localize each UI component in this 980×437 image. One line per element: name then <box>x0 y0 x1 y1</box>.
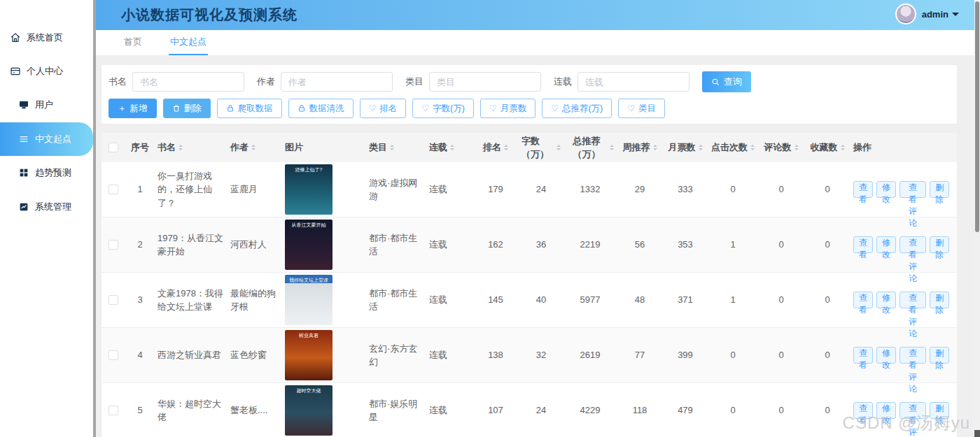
sort-icon[interactable] <box>504 143 508 152</box>
data-table: 序号 书名 作者 图片 类目 连载 排名 字数（万） 总推荐（万） 周推荐 月票… <box>102 133 957 437</box>
col-title: 书名 <box>158 141 176 155</box>
scrollbar-thumb[interactable] <box>975 1 979 232</box>
view-comments-button[interactable]: 查看评论 <box>899 181 926 198</box>
edit-button[interactable]: 修改 <box>876 181 896 198</box>
col-status: 连载 <box>429 141 447 155</box>
view-button[interactable]: 查看 <box>853 236 873 253</box>
sort-icon[interactable] <box>610 143 614 152</box>
book-cover: 我得给文坛上堂课 <box>285 275 332 325</box>
row-checkbox[interactable] <box>108 295 118 305</box>
col-index: 序号 <box>131 141 149 155</box>
menu-list-icon <box>18 134 29 145</box>
search-button[interactable]: 查询 <box>702 71 751 92</box>
monitor-icon <box>18 99 29 110</box>
status-filter-input[interactable] <box>578 72 690 92</box>
col-author: 作者 <box>230 141 248 155</box>
book-cover: 还修上仙了? <box>285 164 332 215</box>
select-all-checkbox[interactable] <box>108 143 118 152</box>
grid-icon <box>18 167 29 178</box>
category-filter-input[interactable] <box>429 72 541 92</box>
row-checkbox[interactable] <box>108 185 118 194</box>
sort-icon[interactable] <box>251 143 255 152</box>
col-rank: 排名 <box>483 141 501 155</box>
title-filter-input[interactable] <box>132 72 244 92</box>
sort-icon[interactable] <box>450 143 454 152</box>
delete-row-button[interactable]: 删除 <box>930 347 949 364</box>
user-menu[interactable]: admin <box>895 3 959 24</box>
sidebar-item-label: 系统管理 <box>35 201 71 213</box>
sort-icon[interactable] <box>699 143 703 152</box>
table-row: 1 你一臭打游戏的，还修上仙了？ 蓝鹿月 还修上仙了? 游戏·虚拟网游 连载 1… <box>102 162 957 217</box>
filter-label-category: 类目 <box>405 76 424 88</box>
clean-data-button[interactable]: 数据清洗 <box>288 99 354 118</box>
sort-icon[interactable] <box>794 143 799 152</box>
lock-icon <box>226 104 234 113</box>
sidebar-item-system[interactable]: 系统管理 <box>0 193 93 221</box>
home-icon <box>10 32 21 43</box>
lock-icon <box>298 104 306 113</box>
total-rec-chart-button[interactable]: ♡ 总推荐(万) <box>542 99 612 118</box>
sidebar-item-qidian[interactable]: 中文起点 <box>0 122 93 156</box>
category-chart-button[interactable]: ♡ 类目 <box>618 99 665 118</box>
author-filter-input[interactable] <box>281 72 393 92</box>
view-comments-button[interactable]: 查看评论 <box>899 236 926 253</box>
table-row: 5 华娱：超时空大佬 蟹老板.... 超时空大佬 都市·娱乐明星 连载 107 … <box>102 383 957 437</box>
words-chart-button[interactable]: ♡ 字数(万) <box>412 99 474 118</box>
delete-button[interactable]: 删除 <box>163 99 211 118</box>
delete-row-button[interactable]: 删除 <box>930 236 949 253</box>
edit-button[interactable]: 修改 <box>876 347 896 364</box>
view-comments-button[interactable]: 查看评论 <box>899 347 926 364</box>
sidebar-item-home[interactable]: 系统首页 <box>0 24 93 52</box>
book-cover: 超时空大佬 <box>285 385 332 436</box>
row-checkbox[interactable] <box>108 240 118 250</box>
tab-home[interactable]: 首页 <box>122 36 144 55</box>
delete-row-button[interactable]: 删除 <box>930 292 949 308</box>
col-month-tickets: 月票数 <box>668 141 696 155</box>
sidebar-item-trend[interactable]: 趋势预测 <box>0 159 93 187</box>
search-icon <box>711 78 720 87</box>
avatar[interactable] <box>895 3 916 24</box>
sort-icon[interactable] <box>750 143 755 152</box>
crawl-data-button[interactable]: 爬取数据 <box>217 99 282 118</box>
view-comments-button[interactable]: 查看评论 <box>899 292 926 308</box>
content-area: 书名 作者 类目 连载 查询 ＋ 新增 <box>96 55 980 437</box>
sidebar-item-label: 用户 <box>35 99 53 111</box>
plus-icon: ＋ <box>118 103 127 115</box>
scrollbar-corner <box>974 430 980 437</box>
book-cover: 斩业真君 <box>285 330 332 380</box>
view-button[interactable]: 查看 <box>853 292 873 308</box>
table-row: 3 文豪1978：我得给文坛上堂课 最能编的狗牙根 我得给文坛上堂课 都市·都市… <box>102 273 957 328</box>
sidebar-item-profile[interactable]: 个人中心 <box>0 57 93 85</box>
view-button[interactable]: 查看 <box>853 181 873 198</box>
sort-icon[interactable] <box>556 143 561 152</box>
main-area: 小说数据可视化及预测系统 admin 首页 中文起点 书名 作者 类目 连载 <box>96 0 980 437</box>
col-words: 字数（万） <box>522 134 554 162</box>
sort-icon[interactable] <box>178 143 183 152</box>
edit-button[interactable]: 修改 <box>876 236 896 253</box>
sort-icon[interactable] <box>390 143 394 152</box>
row-checkbox[interactable] <box>108 406 118 415</box>
row-checkbox[interactable] <box>108 350 118 360</box>
delete-row-button[interactable]: 删除 <box>930 181 949 198</box>
tab-qidian[interactable]: 中文起点 <box>169 36 208 55</box>
filter-label-author: 作者 <box>257 76 275 88</box>
sidebar-divider <box>93 0 96 437</box>
table-row: 2 1979：从香江文豪开始 河西村人 从香江文豪开始 都市·都市生活 连载 1… <box>102 217 957 273</box>
sort-icon[interactable] <box>841 143 845 152</box>
scrollbar-track[interactable] <box>974 0 980 437</box>
view-button[interactable]: 查看 <box>853 347 873 364</box>
sidebar-item-label: 趋势预测 <box>35 166 71 179</box>
add-button[interactable]: ＋ 新增 <box>108 99 157 118</box>
id-card-icon <box>10 66 21 77</box>
book-cover: 从香江文豪开始 <box>285 220 332 270</box>
filter-panel: 书名 作者 类目 连载 查询 ＋ 新增 <box>102 65 957 124</box>
rank-chart-button[interactable]: ♡ 排名 <box>360 99 407 118</box>
col-comments: 评论数 <box>764 141 792 155</box>
sidebar-item-users[interactable]: 用户 <box>0 91 93 119</box>
col-favorites: 收藏数 <box>811 141 838 155</box>
edit-button[interactable]: 修改 <box>876 292 896 308</box>
monthly-tickets-chart-button[interactable]: ♡ 月票数 <box>480 99 536 118</box>
filter-label-status: 连载 <box>554 76 572 88</box>
heart-icon: ♡ <box>551 103 559 113</box>
sort-icon[interactable] <box>653 143 657 152</box>
